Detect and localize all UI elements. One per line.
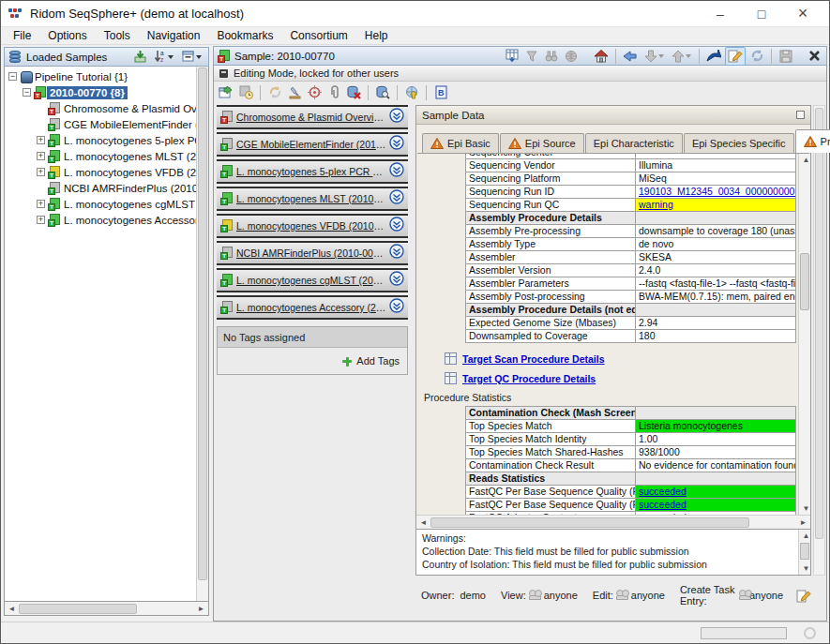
minimize-button[interactable]: – <box>700 3 741 25</box>
menu-bookmarks[interactable]: Bookmarks <box>208 27 281 44</box>
menu-tools[interactable]: Tools <box>96 27 139 44</box>
tree-node-label[interactable]: Chromosome & Plasmid Overview (2 <box>61 102 196 115</box>
maximize-button[interactable]: □ <box>741 3 782 25</box>
task-expand-chevron-icon[interactable] <box>389 189 404 208</box>
scroll-down-arrow[interactable]: ▼ <box>799 562 813 575</box>
panel-vertical-scrollbar[interactable] <box>813 105 825 576</box>
table-horizontal-scrollbar[interactable]: ◄ ► <box>416 515 810 529</box>
menu-consortium[interactable]: Consortium <box>281 27 355 44</box>
task-expand-chevron-icon[interactable] <box>389 108 404 127</box>
add-tags-button[interactable]: Add Tags <box>341 355 400 367</box>
task-button-label[interactable]: L. monocytogenes VFDB (2010-00770) <box>236 220 386 232</box>
task-expand-chevron-icon[interactable] <box>389 244 404 262</box>
value-link[interactable]: succeeded <box>639 512 687 515</box>
import-samples-icon[interactable] <box>131 49 148 66</box>
save-icon[interactable] <box>777 48 794 65</box>
tab-label[interactable]: Epi Characteristic <box>594 138 674 149</box>
edit-permissions-icon[interactable] <box>796 587 811 604</box>
field-value-cell[interactable]: succeeded <box>636 512 796 515</box>
tree-node[interactable]: +TL. monocytogenes cgMLST (2010-00 <box>5 196 196 212</box>
tree-vscroll-thumb[interactable] <box>198 67 207 580</box>
show-in-table-icon[interactable] <box>504 48 521 65</box>
tree-node-label[interactable]: L. monocytogenes cgMLST (2010-00 <box>61 198 196 211</box>
task-button-label[interactable]: Chromosome & Plasmid Overview (2... <box>236 112 386 123</box>
task-expand-chevron-icon[interactable] <box>389 271 404 290</box>
tree-node-label[interactable]: CGE MobileElementFinder (2010-007 <box>61 118 196 131</box>
blast-icon[interactable]: B <box>432 84 449 101</box>
close-view-icon[interactable] <box>806 48 822 65</box>
attachment-icon[interactable] <box>325 84 342 101</box>
menu-help[interactable]: Help <box>356 27 397 44</box>
tree-node-label[interactable]: L. monocytogenes Accessory (2010-0 <box>61 214 196 227</box>
globe-icon[interactable] <box>563 48 580 65</box>
field-value-cell[interactable]: succeeded <box>636 486 796 499</box>
save-later-icon[interactable] <box>237 84 254 101</box>
field-value-cell[interactable]: 190103_M12345_0034_000000000-A5Y71 <box>636 186 796 199</box>
field-value-cell[interactable]: succeeded <box>636 499 796 512</box>
scroll-up-arrow[interactable]: ▲ <box>799 530 813 542</box>
task-expand-chevron-icon[interactable] <box>389 162 404 181</box>
table-vertical-scrollbar[interactable]: ▲ ▼ <box>798 154 810 515</box>
sort-dropdown-caret[interactable] <box>168 55 174 59</box>
task-button-label[interactable]: L. monocytogenes MLST (2010-00770) <box>236 193 386 204</box>
tab-label[interactable]: Epi Species Specific <box>692 138 786 149</box>
menu-options[interactable]: Options <box>39 27 95 44</box>
close-button[interactable]: × <box>782 3 823 25</box>
task-button-label[interactable]: CGE MobileElementFinder (2010-00... <box>236 139 386 150</box>
procedure-detail-link[interactable]: Target QC Procedure Details <box>462 373 596 384</box>
warnings-scrollbar[interactable]: ▲ ▼ <box>798 530 810 575</box>
back-arrow-icon[interactable] <box>622 48 639 65</box>
task-expand-chevron-icon[interactable] <box>389 217 404 235</box>
target-scan-icon[interactable] <box>306 84 323 101</box>
search-sample-icon[interactable] <box>374 84 391 101</box>
tree-node[interactable]: −T2010-00770 {8} <box>5 84 196 100</box>
tree-node-label[interactable]: 2010-00770 {8} <box>47 86 128 99</box>
tree-node-label[interactable]: L. monocytogenes MLST (2010-0077 <box>61 150 196 163</box>
scroll-up-arrow[interactable]: ▲ <box>799 154 813 166</box>
panel-vscroll-thumb[interactable] <box>815 108 823 539</box>
microscope-icon[interactable] <box>286 84 303 101</box>
tree-node[interactable]: +TL. monocytogenes 5-plex PCR Serogr <box>5 132 196 148</box>
expand-expander-icon[interactable]: + <box>37 168 45 176</box>
goto-task-icon[interactable] <box>705 48 722 65</box>
task-button-label[interactable]: NCBI AMRFinderPlus (2010-00770) <box>236 247 386 259</box>
panel-restore-icon[interactable] <box>796 111 805 119</box>
task-button[interactable]: TL. monocytogenes MLST (2010-00770) <box>217 187 408 211</box>
task-button[interactable]: TChromosome & Plasmid Overview (2... <box>217 105 408 129</box>
task-button[interactable]: TL. monocytogenes 5-plex PCR Sero... <box>217 159 408 184</box>
tree-vertical-scrollbar[interactable] <box>196 67 208 601</box>
task-button[interactable]: TNCBI AMRFinderPlus (2010-00770) <box>217 241 408 265</box>
expand-expander-icon[interactable]: + <box>37 216 45 224</box>
procedure-detail-link[interactable]: Target Scan Procedure Details <box>462 353 605 365</box>
tree-horizontal-scrollbar[interactable]: ◄ ► <box>4 602 209 616</box>
tab-epi-source[interactable]: Epi Source <box>500 133 584 153</box>
collapse-expander-icon[interactable]: − <box>23 88 31 97</box>
reprocess-icon[interactable] <box>266 84 283 101</box>
scroll-right-arrow[interactable]: ► <box>796 517 810 529</box>
sync-icon[interactable] <box>748 48 765 65</box>
tree-node[interactable]: +TL. monocytogenes MLST (2010-0077 <box>5 148 196 164</box>
value-link[interactable]: succeeded <box>639 486 687 497</box>
binoculars-icon[interactable] <box>543 48 560 65</box>
task-button-label[interactable]: L. monocytogenes cgMLST (2010-00... <box>236 275 386 286</box>
tab-epi-basic[interactable]: Epi Basic <box>422 133 499 153</box>
tab-label[interactable]: Epi Source <box>525 138 576 149</box>
table-vscroll-thumb[interactable] <box>800 253 809 310</box>
menu-file[interactable]: File <box>5 27 39 44</box>
scroll-left-arrow[interactable]: ◄ <box>416 517 430 529</box>
tree-hscroll-thumb[interactable] <box>19 604 137 614</box>
tree-node-label[interactable]: L. monocytogenes VFDB (2010-00770 <box>61 166 196 179</box>
tab-label[interactable]: Procedure <box>821 136 830 147</box>
move-up-icon[interactable] <box>669 48 693 65</box>
task-button-label[interactable]: L. monocytogenes Accessory (2010... <box>236 302 386 313</box>
submit-globe-icon[interactable] <box>403 84 420 101</box>
task-button[interactable]: TL. monocytogenes VFDB (2010-00770) <box>217 214 408 238</box>
expand-expander-icon[interactable]: + <box>37 136 45 144</box>
tree-node[interactable]: TCGE MobileElementFinder (2010-007 <box>5 116 196 132</box>
task-expand-chevron-icon[interactable] <box>389 135 404 154</box>
menu-navigation[interactable]: Navigation <box>139 27 209 44</box>
edit-mode-toggle-icon[interactable] <box>725 47 746 66</box>
tab-label[interactable]: Epi Basic <box>447 138 490 149</box>
collapse-expander-icon[interactable]: − <box>8 72 17 81</box>
value-link[interactable]: 190103_M12345_0034_000000000-A5Y71 <box>639 186 796 197</box>
